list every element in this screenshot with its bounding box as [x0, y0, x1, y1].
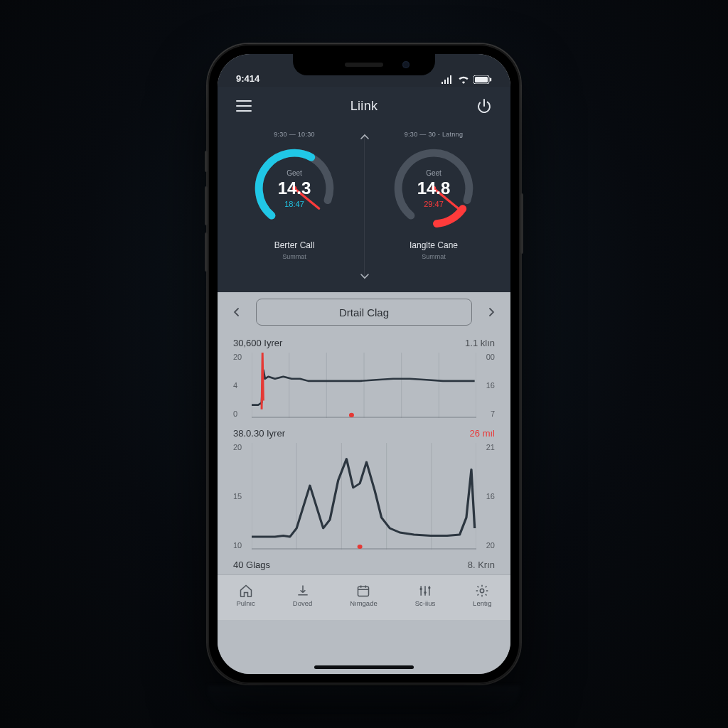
gauge-divider	[364, 134, 365, 279]
svg-point-29	[358, 545, 363, 549]
y-axis-left: 20 4 0	[233, 353, 250, 418]
tab-label: Sc-iius	[415, 599, 436, 607]
power-icon	[476, 98, 492, 114]
gauge-metric-label: Geet	[426, 169, 441, 177]
chart-title: 30,600 Iyrer	[233, 338, 282, 348]
cellular-icon	[441, 75, 454, 84]
chevron-up-icon[interactable]	[358, 131, 371, 144]
power-button[interactable]	[520, 193, 523, 254]
battery-icon	[473, 75, 492, 84]
period-button[interactable]: Drtail Clag	[256, 299, 472, 326]
tab-gear[interactable]: Lentıg	[473, 584, 491, 607]
tab-label: Lentıg	[473, 599, 491, 607]
y-axis-right: 21 16 20	[478, 443, 495, 550]
gauge-dial: Geet 14.3 18:47	[248, 142, 341, 235]
svg-point-21	[349, 413, 354, 417]
gauge-period: 9:30 — 10:30	[274, 131, 315, 139]
phone-frame: 9:414 Liink	[208, 44, 520, 684]
home-indicator[interactable]	[314, 665, 414, 669]
calendar-icon	[356, 584, 370, 598]
chevron-down-icon[interactable]	[358, 269, 371, 282]
volume-up-button[interactable]	[205, 186, 208, 225]
gauge-panel: 9:30 — 10:30 Geet 14.3 18:47	[218, 125, 510, 292]
chart-card-1[interactable]: 30,600 Iyrer 1.1 klın 20 4 0 00 16 7	[218, 332, 510, 422]
tab-calendar[interactable]: Nımgade	[350, 584, 378, 607]
next-period-button[interactable]	[482, 303, 500, 321]
gauge-value: 14.8	[417, 178, 451, 198]
svg-point-31	[419, 588, 422, 590]
prev-period-button[interactable]	[228, 303, 246, 321]
tab-label: Pulnıc	[236, 599, 255, 607]
gauge-subtitle: Summat	[422, 253, 446, 260]
svg-rect-30	[358, 587, 369, 596]
chart-title: 38.0.30 Iyrer	[233, 428, 285, 439]
notch	[293, 54, 435, 75]
chevron-left-icon	[231, 306, 242, 318]
chevron-right-icon	[486, 306, 497, 318]
chart-title: 40 Glags	[233, 560, 270, 570]
svg-rect-2	[490, 78, 491, 82]
chart-card-3[interactable]: 40 Glags 8. Krın	[218, 554, 510, 574]
status-time: 9:414	[236, 73, 259, 84]
tab-bar: Pulnıc Doved Nımgade Sc-iius	[218, 574, 510, 620]
app-bar: Liink	[218, 87, 510, 125]
tab-label: Doved	[293, 599, 312, 607]
gauge-name: Berter Call	[274, 240, 315, 250]
gauge-dial: Geet 14.8 29:47	[387, 142, 480, 235]
period-label: Drtail Clag	[339, 306, 389, 318]
y-axis-left: 20 15 10	[233, 443, 250, 550]
volume-down-button[interactable]	[205, 232, 208, 272]
chart-value: 26 mıl	[470, 428, 495, 439]
y-axis-right: 00 16 7	[478, 353, 495, 418]
power-icon-button[interactable]	[472, 94, 496, 118]
gauge-subtitle: Summat	[282, 253, 306, 260]
gear-icon	[475, 584, 489, 598]
menu-button[interactable]	[232, 94, 256, 118]
chart-value: 1.1 klın	[465, 338, 495, 348]
wifi-icon	[458, 75, 469, 84]
mute-switch[interactable]	[205, 151, 208, 172]
chart-1-svg	[252, 353, 476, 418]
svg-point-34	[481, 589, 484, 592]
svg-rect-1	[475, 77, 488, 82]
period-selector: Drtail Clag	[218, 292, 510, 332]
gauge-name: Ianglte Cane	[410, 240, 458, 250]
tab-download[interactable]: Doved	[293, 584, 312, 607]
gauge-sub-value: 18:47	[284, 200, 304, 208]
gauge-value: 14.3	[278, 178, 311, 198]
home-icon	[239, 584, 253, 598]
tab-home[interactable]: Pulnıc	[236, 584, 255, 607]
svg-point-33	[428, 587, 430, 589]
svg-point-32	[424, 592, 426, 594]
tab-label: Nımgade	[350, 599, 378, 607]
gauge-left[interactable]: 9:30 — 10:30 Geet 14.3 18:47	[230, 131, 358, 260]
tab-settings[interactable]: Sc-iius	[415, 584, 436, 607]
chart-2-svg	[252, 443, 476, 550]
gauge-sub-value: 29:47	[424, 200, 444, 208]
app-title: Liink	[350, 99, 378, 114]
chart-value: 8. Krın	[468, 560, 495, 570]
gauge-right[interactable]: 9:30 — 30 - Latnng Geet 14.8 29:47	[370, 131, 498, 260]
sliders-icon	[418, 584, 432, 598]
gauge-metric-label: Geet	[287, 169, 302, 177]
hamburger-icon	[236, 100, 252, 112]
gauge-period: 9:30 — 30 - Latnng	[405, 131, 463, 139]
chart-card-2[interactable]: 38.0.30 Iyrer 26 mıl 20 15 10 21 16 20	[218, 422, 510, 554]
download-icon	[296, 584, 310, 598]
